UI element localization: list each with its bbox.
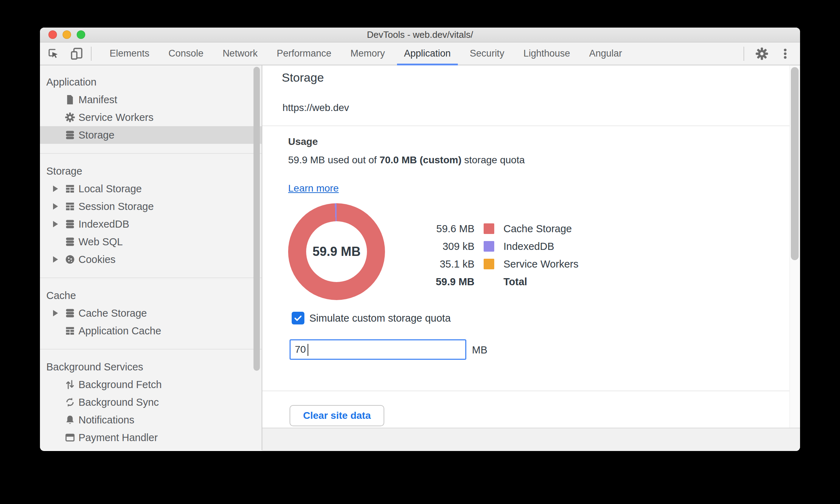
up-down-arrows-icon xyxy=(65,379,75,390)
sidebar-item-label: Session Storage xyxy=(78,201,154,212)
simulate-quota-label[interactable]: Simulate custom storage quota xyxy=(309,312,451,324)
learn-more-link[interactable]: Learn more xyxy=(288,183,339,194)
minimize-button[interactable] xyxy=(63,30,71,39)
sidebar-scrollbar-thumb[interactable] xyxy=(253,67,260,371)
legend-value: 35.1 kB xyxy=(368,258,474,270)
sidebar-item-application-cache[interactable]: Application Cache xyxy=(40,322,262,340)
devtools-body: Application Manifest Ser xyxy=(40,65,800,450)
sidebar-item-label: Cache Storage xyxy=(78,307,147,319)
storage-panel: Storage https://web.dev Usage 59.9 MB us… xyxy=(262,65,800,450)
tab-memory[interactable]: Memory xyxy=(343,42,392,65)
sidebar-item-background-sync[interactable]: Background Sync xyxy=(40,393,262,411)
tab-elements[interactable]: Elements xyxy=(103,42,157,65)
usage-text-prefix: 59.9 MB used out of xyxy=(288,154,379,165)
sidebar-item-label: Storage xyxy=(78,129,115,141)
legend-swatch-cache-storage xyxy=(484,223,494,234)
sidebar-item-indexeddb[interactable]: IndexedDB xyxy=(40,215,262,233)
sidebar-item-label: Cookies xyxy=(78,254,116,265)
tab-performance[interactable]: Performance xyxy=(270,42,339,65)
sidebar-item-label: Payment Handler xyxy=(78,432,158,444)
database-icon xyxy=(65,236,75,247)
expander-icon[interactable] xyxy=(53,203,65,210)
tab-lighthouse[interactable]: Lighthouse xyxy=(516,42,577,65)
legend-label: Service Workers xyxy=(503,258,578,270)
database-icon xyxy=(65,219,75,229)
sidebar-item-label: Web SQL xyxy=(78,236,123,248)
tab-application[interactable]: Application xyxy=(397,42,458,65)
main-scrollbar-thumb[interactable] xyxy=(791,67,799,260)
gear-icon xyxy=(755,47,769,60)
sidebar-item-service-workers[interactable]: Service Workers xyxy=(40,109,262,126)
devtools-window: DevTools - web.dev/vitals/ Elements xyxy=(40,28,800,451)
sidebar-item-label: Background Fetch xyxy=(78,379,162,391)
usage-text-suffix: storage quota xyxy=(461,154,525,165)
tab-angular[interactable]: Angular xyxy=(582,42,629,65)
sidebar-item-notifications[interactable]: Notifications xyxy=(40,411,262,429)
sidebar-item-label: Application Cache xyxy=(78,325,161,337)
title-bar: DevTools - web.dev/vitals/ xyxy=(40,28,800,42)
sidebar-item-cookies[interactable]: Cookies xyxy=(40,251,262,268)
quota-input[interactable] xyxy=(290,339,466,360)
sidebar-section-application: Application xyxy=(40,73,262,91)
chart-legend: 59.6 MB Cache Storage 309 kB IndexedDB 3… xyxy=(368,220,578,291)
tab-console[interactable]: Console xyxy=(162,42,211,65)
sidebar-section-cache: Cache xyxy=(40,287,262,304)
toggle-device-toolbar-button[interactable] xyxy=(67,44,87,64)
sidebar-item-payment-handler[interactable]: Payment Handler xyxy=(40,429,262,446)
toolbar-separator xyxy=(743,47,744,61)
database-icon xyxy=(65,130,75,140)
sidebar-item-local-storage[interactable]: Local Storage xyxy=(40,180,262,198)
sidebar-item-label: Background Sync xyxy=(78,397,159,408)
expander-icon[interactable] xyxy=(53,221,65,227)
sidebar-item-label: Service Workers xyxy=(78,112,153,123)
zoom-button[interactable] xyxy=(77,30,85,39)
sidebar-item-cache-storage[interactable]: Cache Storage xyxy=(40,304,262,322)
sidebar-item-background-fetch[interactable]: Background Fetch xyxy=(40,376,262,393)
sidebar-item-web-sql[interactable]: Web SQL xyxy=(40,233,262,251)
page-title: Storage xyxy=(282,70,324,85)
expander-icon[interactable] xyxy=(53,310,65,316)
gear-icon xyxy=(65,112,75,123)
traffic-lights xyxy=(48,30,85,39)
sync-arrows-icon xyxy=(65,397,75,408)
main-scrollbar-track[interactable] xyxy=(789,65,800,428)
divider xyxy=(262,125,800,126)
legend-value: 309 kB xyxy=(368,241,474,252)
legend-label: IndexedDB xyxy=(503,241,554,252)
origin-url: https://web.dev xyxy=(282,102,349,113)
close-button[interactable] xyxy=(48,30,57,39)
sidebar-item-label: IndexedDB xyxy=(78,218,129,230)
sidebar-item-session-storage[interactable]: Session Storage xyxy=(40,198,262,215)
more-options-button[interactable] xyxy=(775,44,795,64)
table-icon xyxy=(65,326,75,336)
sidebar-item-label: Local Storage xyxy=(78,183,142,195)
panel-footer xyxy=(262,428,800,451)
document-icon xyxy=(65,94,75,105)
kebab-menu-icon xyxy=(779,48,791,60)
simulate-quota-checkbox[interactable] xyxy=(292,312,304,324)
tab-network[interactable]: Network xyxy=(216,42,265,65)
clear-site-data-button[interactable]: Clear site data xyxy=(290,405,384,426)
expander-icon[interactable] xyxy=(53,186,65,192)
legend-row-service-workers: 35.1 kB Service Workers xyxy=(368,255,578,273)
sidebar-item-label: Manifest xyxy=(78,94,117,106)
legend-label: Total xyxy=(503,276,527,288)
usage-summary: 59.9 MB used out of 70.0 MB (custom) sto… xyxy=(288,154,525,166)
clock-icon xyxy=(65,450,75,450)
sidebar-section-storage: Storage xyxy=(40,162,262,180)
bell-icon xyxy=(65,415,75,425)
sidebar-item-partial[interactable] xyxy=(40,446,262,450)
divider xyxy=(262,391,800,391)
table-icon xyxy=(65,183,75,194)
simulate-quota-row: Simulate custom storage quota xyxy=(292,312,451,324)
device-toolbar-icon xyxy=(70,47,83,60)
expander-icon[interactable] xyxy=(53,256,65,263)
inspect-element-button[interactable] xyxy=(43,44,63,64)
sidebar-item-label: Notifications xyxy=(78,414,134,426)
tab-security[interactable]: Security xyxy=(463,42,512,65)
tab-bar-right-controls xyxy=(739,42,800,65)
legend-swatch-indexeddb xyxy=(484,241,494,252)
sidebar-item-manifest[interactable]: Manifest xyxy=(40,91,262,109)
settings-button[interactable] xyxy=(752,44,772,64)
sidebar-item-storage[interactable]: Storage xyxy=(40,126,262,144)
